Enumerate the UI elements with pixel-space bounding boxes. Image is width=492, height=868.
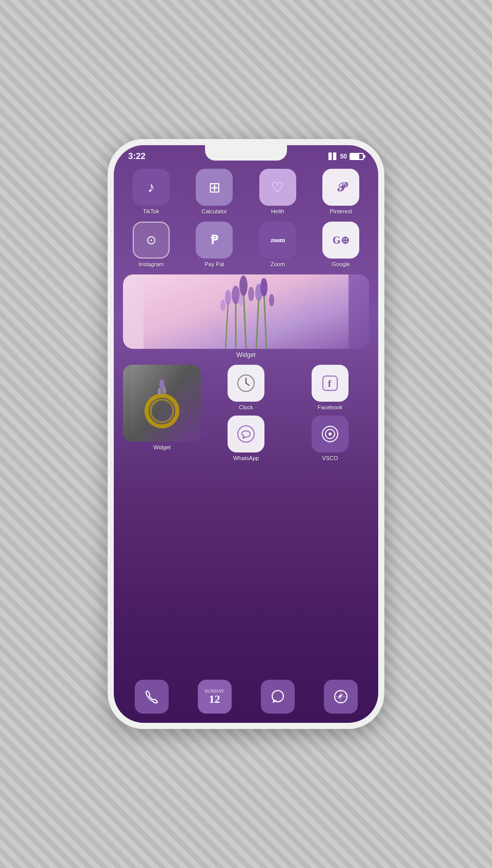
tiktok-label: TikTok <box>143 208 159 214</box>
clock-symbol <box>237 374 255 392</box>
calculator-label: Calculator <box>201 208 227 214</box>
tiktok-symbol: ♪ <box>148 179 155 195</box>
zoom-label: Zoom <box>271 261 285 267</box>
pinterest-symbol: 𝒫 <box>337 181 345 194</box>
widget-area-large[interactable]: Widget <box>123 274 369 359</box>
google-symbol: G⊕ <box>333 234 350 246</box>
widget-small-art <box>123 365 201 442</box>
dock-phone-icon[interactable] <box>135 680 169 714</box>
clock-label: Clock <box>239 404 253 410</box>
app-grid-row1: ♪ TikTok ⊞ Calculator ♡ Helth <box>114 164 378 272</box>
dock-item-messages[interactable] <box>249 680 306 714</box>
app-item-instagram[interactable]: ⊙ Instagram <box>123 222 179 267</box>
svg-point-25 <box>238 426 254 442</box>
battery-icon <box>350 153 364 160</box>
svg-point-9 <box>260 278 268 297</box>
dock: Sunday 12 <box>114 675 378 723</box>
svg-point-13 <box>269 294 274 306</box>
app-item-pinterest[interactable]: 𝒫 Pinterest <box>313 169 370 214</box>
status-right: ▋▋ 50 <box>329 153 364 160</box>
svg-point-12 <box>248 287 254 301</box>
svg-point-20 <box>158 388 161 395</box>
paypal-label: Pay Pal <box>204 261 224 267</box>
app-item-facebook[interactable]: f Facebook <box>291 365 369 410</box>
app-item-vsco[interactable]: VSCO <box>291 416 369 461</box>
paypal-symbol: Ᵽ <box>211 233 218 247</box>
widget-small-photo <box>123 365 201 442</box>
facebook-icon[interactable]: f <box>312 365 348 402</box>
tiktok-icon[interactable]: ♪ <box>133 169 170 206</box>
phone-symbol <box>144 689 159 704</box>
instagram-label: Instagram <box>138 261 163 267</box>
bottom-section: Widget Clock <box>114 363 378 471</box>
svg-point-10 <box>225 290 231 305</box>
whatsapp-label: WhatsApp <box>233 455 259 461</box>
zoom-symbol: zoom <box>271 236 285 244</box>
google-label: Google <box>332 261 350 267</box>
dock-item-safari[interactable] <box>312 680 369 714</box>
dock-item-calendar[interactable]: Sunday 12 <box>186 680 243 714</box>
phone-notch <box>205 145 287 161</box>
pinterest-label: Pinterest <box>330 208 352 214</box>
app-item-zoom[interactable]: zoom Zoom <box>250 222 306 267</box>
facebook-symbol: f <box>321 374 339 392</box>
svg-point-30 <box>329 432 332 436</box>
facebook-label: Facebook <box>318 404 342 410</box>
zoom-icon[interactable]: zoom <box>259 222 296 259</box>
signal-icon: ▋▋ <box>329 153 338 160</box>
widget-label-large: Widget <box>123 351 369 359</box>
app-item-clock[interactable]: Clock <box>207 365 285 410</box>
widget-photo-large <box>123 274 369 349</box>
app-item-google[interactable]: G⊕ Google <box>313 222 370 267</box>
phone-screen: 3:22 ▋▋ 50 ♪ TikTok ⊞ <box>114 145 378 723</box>
col-clock-whatsapp: Clock WhatsApp <box>207 365 285 461</box>
pinterest-icon[interactable]: 𝒫 <box>322 169 359 206</box>
whatsapp-symbol <box>237 425 255 443</box>
health-symbol: ♡ <box>271 179 284 196</box>
dock-messages-icon[interactable] <box>261 680 295 714</box>
svg-point-7 <box>239 275 248 296</box>
app-item-paypal[interactable]: Ᵽ Pay Pal <box>187 222 243 267</box>
svg-point-14 <box>220 300 225 311</box>
calculator-icon[interactable]: ⊞ <box>196 169 233 206</box>
dock-safari-icon[interactable] <box>324 680 358 714</box>
app-item-whatsapp[interactable]: WhatsApp <box>207 416 285 461</box>
app-item-health[interactable]: ♡ Helth <box>250 169 306 214</box>
safari-symbol <box>333 689 348 704</box>
app-item-calculator[interactable]: ⊞ Calculator <box>187 169 243 214</box>
instagram-symbol: ⊙ <box>146 233 156 247</box>
health-icon[interactable]: ♡ <box>259 169 296 206</box>
vsco-label: VSCO <box>322 455 338 461</box>
status-time: 3:22 <box>128 151 146 162</box>
svg-rect-15 <box>131 365 193 442</box>
svg-point-21 <box>163 387 166 394</box>
widget-lavender-art <box>123 274 369 349</box>
app-item-tiktok[interactable]: ♪ TikTok <box>123 169 179 214</box>
dock-item-phone[interactable] <box>123 680 180 714</box>
battery-level: 50 <box>340 153 347 160</box>
dock-calendar-icon[interactable]: Sunday 12 <box>198 680 232 714</box>
messages-symbol <box>270 689 285 704</box>
svg-point-11 <box>238 294 243 306</box>
svg-text:f: f <box>328 379 332 389</box>
dock-calendar-number: 12 <box>209 694 220 705</box>
vsco-symbol <box>321 425 339 443</box>
health-label: Helth <box>271 208 284 214</box>
phone-frame: 3:22 ▋▋ 50 ♪ TikTok ⊞ <box>108 139 384 729</box>
widget-small-label: Widget <box>153 444 171 450</box>
vsco-icon[interactable] <box>312 416 348 452</box>
calculator-symbol: ⊞ <box>209 179 220 196</box>
whatsapp-icon[interactable] <box>228 416 264 452</box>
paypal-icon[interactable]: Ᵽ <box>196 222 233 259</box>
instagram-icon[interactable]: ⊙ <box>133 222 170 259</box>
svg-line-24 <box>246 383 249 385</box>
widget-small: Widget <box>123 365 201 450</box>
clock-icon[interactable] <box>228 365 264 402</box>
col-facebook-vsco: f Facebook VSCO <box>291 365 369 461</box>
google-icon[interactable]: G⊕ <box>322 222 359 259</box>
